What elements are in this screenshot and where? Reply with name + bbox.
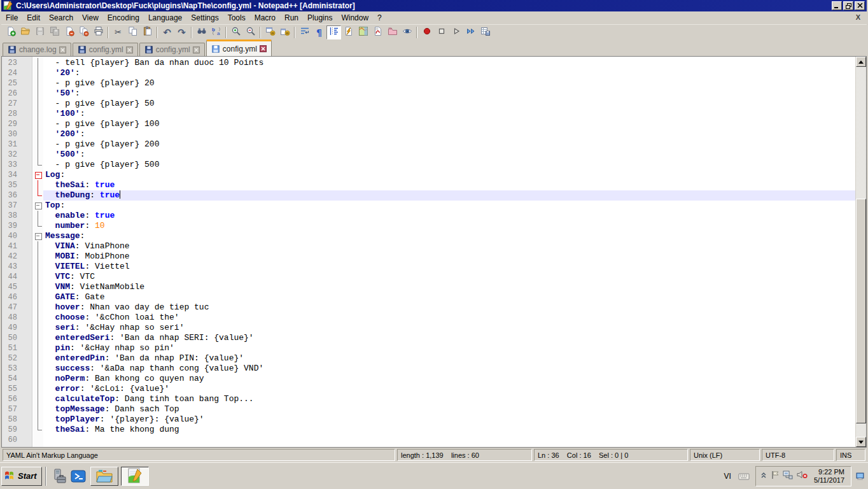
status-encoding[interactable]: UTF-8 xyxy=(762,449,834,461)
status-insert-mode[interactable]: INS xyxy=(836,449,865,461)
tray-volume-muted-icon[interactable] xyxy=(797,470,808,482)
code-line-49[interactable]: 49 seri: '&cHay nhap so seri' xyxy=(2,323,855,333)
menu-macro[interactable]: Macro xyxy=(250,11,280,24)
toolbar-undo-button[interactable]: ↶ xyxy=(160,25,174,39)
show-desktop-button[interactable] xyxy=(854,466,867,486)
code-line-48[interactable]: 48 choose: '&cChon loai the' xyxy=(2,313,855,323)
menu-file[interactable]: File xyxy=(1,11,22,24)
code-line-41[interactable]: 41 VINA: VinaPhone xyxy=(2,241,855,252)
menu-help[interactable]: ? xyxy=(373,11,386,24)
restore-button[interactable] xyxy=(843,1,853,10)
toolbar-redo-button[interactable]: ↷ xyxy=(174,25,189,39)
quick-launch-computer-management[interactable] xyxy=(50,467,69,486)
menu-encoding[interactable]: Encoding xyxy=(103,11,144,24)
tab-close-icon[interactable] xyxy=(126,46,133,53)
code-line-57[interactable]: 57 topMessage: Danh sach Top xyxy=(2,404,855,415)
toolbar-show-indent-guide-button[interactable] xyxy=(326,25,341,39)
toolbar-document-map-button[interactable] xyxy=(356,25,370,39)
code-line-56[interactable]: 56 calculateTop: Dang tinh toan bang Top… xyxy=(2,394,855,404)
tab-config-yml-1[interactable]: config.yml xyxy=(73,43,138,56)
code-line-37[interactable]: 37Top: xyxy=(2,201,855,211)
quick-launch-powershell[interactable] xyxy=(69,467,88,486)
code-line-51[interactable]: 51 pin: '&cHay nhap so pin' xyxy=(2,343,855,353)
fold-toggle-icon[interactable] xyxy=(33,201,43,211)
toolbar-zoom-in-button[interactable] xyxy=(228,25,243,39)
title-bar[interactable]: C:\Users\Administrator\Desktop\Fuck\plug… xyxy=(1,0,867,11)
code-line-34[interactable]: 34Log: xyxy=(2,170,855,180)
toolbar-monitoring-button[interactable] xyxy=(400,25,414,39)
toolbar-paste-button[interactable] xyxy=(140,25,155,39)
code-line-46[interactable]: 46 GATE: Gate xyxy=(2,292,855,302)
tab-close-icon[interactable] xyxy=(193,46,200,53)
toolbar-copy-button[interactable] xyxy=(125,25,140,39)
toolbar-macro-stop-button[interactable] xyxy=(434,25,449,39)
tray-flag-icon[interactable] xyxy=(771,470,780,483)
toolbar-show-all-characters-button[interactable]: ¶ xyxy=(312,25,326,39)
editor-pane[interactable]: 23 - tell {player} Ban da nhan duoc 10 P… xyxy=(1,56,867,448)
code-line-33[interactable]: 33 - p give {player} 500 xyxy=(2,160,855,170)
scroll-up-button[interactable] xyxy=(856,57,866,67)
code-line-44[interactable]: 44 VTC: VTC xyxy=(2,272,855,282)
tab-change-log-0[interactable]: change.log xyxy=(3,43,71,56)
menu-language[interactable]: Language xyxy=(144,11,186,24)
code-line-25[interactable]: 25 - p give {player} 20 xyxy=(2,78,855,89)
tab-close-icon[interactable] xyxy=(260,45,267,52)
status-eol-format[interactable]: Unix (LF) xyxy=(690,449,760,461)
tab-config-yml-3[interactable]: config.yml xyxy=(206,39,272,56)
toolbar-replace-button[interactable]: ba xyxy=(209,25,223,39)
menu-tools[interactable]: Tools xyxy=(223,11,250,24)
toolbar-close-file-button[interactable] xyxy=(62,25,76,39)
menu-run[interactable]: Run xyxy=(280,11,303,24)
toolbar-zoom-out-button[interactable] xyxy=(243,25,258,39)
toolbar-close-all-button[interactable] xyxy=(76,25,91,39)
close-document-icon[interactable]: X xyxy=(856,13,860,21)
menu-edit[interactable]: Edit xyxy=(22,11,45,24)
code-line-28[interactable]: 28 '100': xyxy=(2,109,855,119)
taskbar-button-explorer[interactable] xyxy=(90,467,118,486)
code-line-32[interactable]: 32 '500': xyxy=(2,150,855,160)
taskbar-button-notepad-plus-plus[interactable] xyxy=(121,467,149,486)
code-line-59[interactable]: 59 theSai: Ma the khong dung xyxy=(2,425,855,435)
code-line-53[interactable]: 53 success: '&aDa nap thanh cong {value}… xyxy=(2,364,855,374)
code-line-36[interactable]: 36 theDung: true xyxy=(2,190,855,201)
code-line-58[interactable]: 58 topPlayer: '{player}: {value}' xyxy=(2,415,855,425)
toolbar-macro-save-button[interactable] xyxy=(478,25,493,39)
toolbar-word-wrap-button[interactable] xyxy=(297,25,312,39)
scroll-down-button[interactable] xyxy=(856,437,866,447)
code-line-47[interactable]: 47 hover: Nhan vao day de tiep tuc xyxy=(2,302,855,313)
menu-search[interactable]: Search xyxy=(45,11,78,24)
toolbar-open-file-button[interactable] xyxy=(18,25,32,39)
code-line-23[interactable]: 23 - tell {player} Ban da nhan duoc 10 P… xyxy=(2,58,855,68)
code-line-39[interactable]: 39 number: 10 xyxy=(2,221,855,231)
fold-toggle-icon[interactable] xyxy=(33,231,43,241)
vertical-scrollbar[interactable] xyxy=(855,57,866,447)
code-line-24[interactable]: 24 '20': xyxy=(2,68,855,78)
keyboard-layout-icon[interactable] xyxy=(736,469,752,483)
fold-toggle-icon[interactable] xyxy=(33,170,43,180)
code-line-31[interactable]: 31 - p give {player} 200 xyxy=(2,139,855,150)
toolbar-function-list-button[interactable] xyxy=(370,25,385,39)
toolbar-print-button[interactable] xyxy=(91,25,106,39)
toolbar-find-button[interactable] xyxy=(194,25,209,39)
code-line-60[interactable]: 60 xyxy=(2,435,855,445)
menu-view[interactable]: View xyxy=(78,11,103,24)
toolbar-macro-run-multiple-button[interactable] xyxy=(463,25,478,39)
code-line-43[interactable]: 43 VIETEL: Viettel xyxy=(2,262,855,272)
menu-settings[interactable]: Settings xyxy=(186,11,223,24)
minimize-button[interactable] xyxy=(832,1,842,10)
toolbar-macro-record-button[interactable] xyxy=(419,25,434,39)
toolbar-save-button[interactable] xyxy=(32,25,47,39)
code-line-38[interactable]: 38 enable: true xyxy=(2,211,855,221)
code-line-29[interactable]: 29 - p give {player} 100 xyxy=(2,119,855,129)
start-button[interactable]: Start xyxy=(1,467,42,486)
taskbar-clock[interactable]: 9:22 PM 5/11/2017 xyxy=(811,468,847,485)
code-line-40[interactable]: 40Message: xyxy=(2,231,855,241)
scrollbar-thumb[interactable] xyxy=(856,199,866,423)
toolbar-save-all-button[interactable] xyxy=(47,25,62,39)
tab-config-yml-2[interactable]: config.yml xyxy=(139,43,205,56)
code-line-50[interactable]: 50 enteredSeri: 'Ban da nhap SERI: {valu… xyxy=(2,333,855,343)
tray-network-icon[interactable] xyxy=(783,470,794,482)
tray-expand-chevron-icon[interactable] xyxy=(760,471,767,482)
language-indicator[interactable]: VI xyxy=(719,472,736,481)
code-line-52[interactable]: 52 enteredPin: 'Ban da nhap PIN: {value}… xyxy=(2,353,855,364)
